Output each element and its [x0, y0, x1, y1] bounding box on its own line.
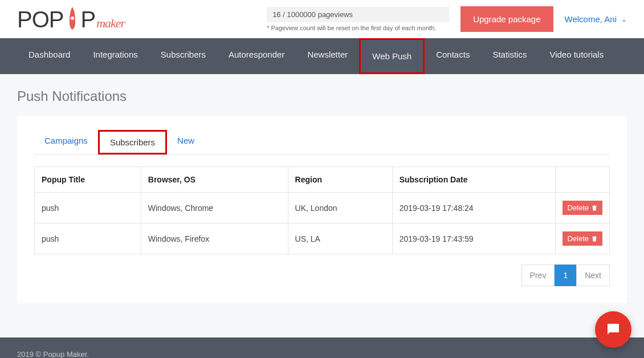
th-browser-os: Browser, OS	[141, 167, 288, 193]
cell-title: push	[35, 223, 141, 254]
nav-statistics[interactable]: Statistics	[481, 38, 538, 74]
user-menu[interactable]: Welcome, Ani ⌄	[565, 14, 627, 24]
welcome-text: Welcome, Ani	[565, 14, 617, 24]
subscribers-table: Popup Title Browser, OS Region Subscript…	[34, 166, 610, 254]
cell-date: 2019-03-19 17:43:59	[392, 223, 556, 254]
chevron-down-icon: ⌄	[621, 15, 627, 23]
cell-actions: Delete	[556, 193, 610, 223]
th-actions	[556, 167, 610, 193]
th-region: Region	[288, 167, 392, 193]
chat-fab[interactable]	[595, 311, 631, 348]
cell-browser: Windows, Chrome	[141, 193, 288, 223]
pager-prev[interactable]: Prev	[521, 265, 555, 286]
svg-point-0	[71, 17, 74, 20]
nav-contacts[interactable]: Contacts	[425, 38, 481, 74]
th-subscription-date: Subscription Date	[392, 167, 556, 193]
trash-icon	[591, 235, 598, 242]
cell-actions: Delete	[556, 223, 610, 254]
chat-icon	[605, 321, 622, 338]
logo-p2: P	[49, 7, 64, 32]
pager-next[interactable]: Next	[576, 265, 610, 286]
th-popup-title: Popup Title	[35, 167, 141, 193]
page-title: Push Notifications	[17, 88, 627, 104]
asterisk-icon: *	[267, 25, 269, 31]
nav-web-push[interactable]: Web Push	[359, 38, 425, 74]
table-header-row: Popup Title Browser, OS Region Subscript…	[35, 167, 610, 193]
rocket-icon	[64, 6, 81, 32]
tab-subscribers[interactable]: Subscribers	[98, 130, 167, 154]
pageviews-block: 16 / 1000000 pageviews *Pageview count w…	[267, 7, 449, 31]
pageviews-note-text: Pageview count will be reset on the firs…	[271, 25, 436, 31]
footer-text: 2019 © Popup Maker.	[17, 350, 89, 358]
cell-browser: Windows, Firefox	[141, 223, 288, 254]
table-row: push Windows, Firefox US, LA 2019-03-19 …	[35, 223, 610, 254]
cell-region: US, LA	[288, 223, 392, 254]
pager-page-1[interactable]: 1	[555, 265, 576, 286]
nav-dashboard[interactable]: Dashboard	[17, 38, 81, 74]
tab-campaigns[interactable]: Campaigns	[34, 130, 98, 154]
nav-integrations[interactable]: Integrations	[81, 38, 149, 74]
upgrade-button[interactable]: Upgrade package	[460, 6, 553, 32]
tab-new[interactable]: New	[167, 130, 205, 154]
pageviews-counter: 16 / 1000000 pageviews	[267, 7, 449, 22]
page-body: Push Notifications Campaigns Subscribers…	[0, 74, 644, 337]
cell-region: UK, London	[288, 193, 392, 223]
nav-video-tutorials[interactable]: Video tutorials	[538, 38, 615, 74]
pagination: Prev 1 Next	[34, 265, 610, 286]
delete-label: Delete	[567, 234, 589, 243]
tabs: Campaigns Subscribers New	[34, 130, 610, 155]
logo-p3: P	[81, 7, 96, 32]
nav-newsletter[interactable]: Newsletter	[296, 38, 359, 74]
nav-autoresponder[interactable]: Autoresponder	[217, 38, 296, 74]
logo-maker: maker	[96, 16, 125, 31]
main-nav: Dashboard Integrations Subscribers Autor…	[0, 38, 644, 74]
delete-button[interactable]: Delete	[563, 201, 602, 215]
pageviews-note: *Pageview count will be reset on the fir…	[267, 25, 449, 31]
cell-date: 2019-03-19 17:48:24	[392, 193, 556, 223]
logo-o: O	[32, 7, 49, 32]
header: POPPmakerU POPP document.querySelector('…	[0, 0, 644, 38]
delete-label: Delete	[567, 204, 589, 212]
nav-subscribers[interactable]: Subscribers	[149, 38, 217, 74]
table-row: push Windows, Chrome UK, London 2019-03-…	[35, 193, 610, 223]
footer: 2019 © Popup Maker.	[0, 337, 644, 358]
delete-button[interactable]: Delete	[563, 231, 602, 246]
logo[interactable]: POPPmakerU	[17, 6, 125, 32]
content-card: Campaigns Subscribers New Popup Title Br…	[17, 116, 627, 303]
cell-title: push	[35, 193, 141, 223]
logo-p: P	[17, 7, 32, 32]
trash-icon	[591, 205, 598, 211]
